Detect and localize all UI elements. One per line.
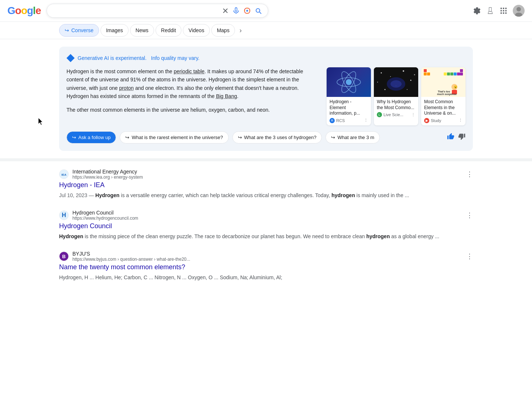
svg-rect-6: [503, 10, 504, 11]
result-source-byjus: B BYJU'S https://www.byjus.com › questio…: [59, 251, 473, 262]
big-bang-link[interactable]: Big Bang: [216, 93, 237, 99]
chip-rarest-label: What is the rarest element in the univer…: [132, 135, 223, 140]
ai-paragraph-2: The other most common elements in the un…: [66, 106, 319, 114]
thumbs-down-icon: [458, 133, 466, 140]
ai-header: Generative AI is experimental. Info qual…: [66, 54, 466, 62]
card-more-1[interactable]: ⋮: [364, 118, 368, 123]
result-snippet-iea: Jul 10, 2023 — Hydrogen is a versatile e…: [59, 191, 473, 199]
ai-card-title-2: Why Is Hydrogen the Most Commo...: [377, 99, 415, 111]
ai-card-source-1: R RCS ⋮: [330, 118, 368, 123]
result-title-iea[interactable]: Hydrogen - IEA: [59, 181, 473, 189]
ai-image-thumb-1: [327, 67, 371, 97]
svg-text:IEA: IEA: [61, 173, 66, 176]
tab-videos[interactable]: Videos: [183, 24, 210, 37]
ai-image-card-1[interactable]: Hydrogen - Element information, p... R R…: [327, 67, 371, 125]
card-more-3[interactable]: ⋮: [458, 118, 463, 123]
ai-text-content: Hydrogen is the most common element on t…: [66, 67, 319, 125]
labs-button[interactable]: [486, 7, 494, 15]
svg-rect-8: [501, 13, 502, 14]
tabs-bar: ↪ Converse Images News Reddit Videos Map…: [0, 22, 532, 39]
svg-point-12: [516, 7, 521, 11]
settings-button[interactable]: [473, 7, 481, 15]
favicon-byjus-letter: B: [62, 254, 65, 259]
svg-text:That's too: That's too: [438, 90, 450, 93]
svg-rect-9: [503, 13, 504, 14]
tab-reddit-label: Reddit: [161, 27, 176, 33]
result-menu-iea[interactable]: ⋮: [466, 170, 473, 178]
ai-image-card-2[interactable]: Why Is Hydrogen the Most Commo... L Live…: [374, 67, 418, 125]
tab-converse[interactable]: ↪ Converse: [59, 24, 99, 37]
source-info-byjus: BYJU'S https://www.byjus.com › question-…: [72, 251, 190, 262]
ai-quality-note: Info quality may vary.: [151, 55, 200, 61]
ai-card-title-3: Most Common Elements in the Universe & o…: [424, 99, 463, 117]
tab-videos-label: Videos: [188, 27, 204, 33]
ai-image-card-3[interactable]: 😮 That's too much suspense Most Common E…: [421, 67, 466, 125]
section-separator: [0, 158, 532, 161]
chip-uses-icon: ↪: [238, 135, 242, 140]
svg-rect-39: [454, 72, 457, 75]
ai-card-info-2: Why Is Hydrogen the Most Commo... L Live…: [374, 97, 418, 119]
favicon-hc-letter: H: [62, 212, 66, 219]
result-menu-byjus[interactable]: ⋮: [466, 252, 473, 260]
result-title-hc[interactable]: Hydrogen Council: [59, 222, 473, 230]
search-input[interactable]: what is the most common element on the p…: [53, 7, 218, 14]
source-info-iea: International Energy Agency https://www.…: [72, 169, 143, 180]
periodic-table-link[interactable]: periodic table: [174, 68, 204, 74]
tab-converse-label: Converse: [71, 27, 93, 33]
chip-rarest-icon: ↪: [125, 135, 129, 140]
svg-point-1: [246, 10, 248, 12]
tab-images-label: Images: [106, 27, 123, 33]
logo-g2: g: [27, 5, 33, 17]
logo-g: G: [7, 5, 15, 17]
tab-reddit[interactable]: Reddit: [156, 24, 181, 37]
ask-followup-button[interactable]: ↪ Ask a follow up: [66, 131, 116, 144]
converse-icon: ↪: [65, 27, 69, 33]
tab-images[interactable]: Images: [100, 24, 129, 37]
svg-rect-5: [501, 10, 502, 11]
thumbs-down-button[interactable]: [458, 133, 466, 142]
svg-point-26: [377, 82, 378, 82]
result-title-byjus[interactable]: Name the twenty most common elements?: [59, 263, 473, 271]
ai-card-source-2: L Live Scie... ⋮: [377, 112, 415, 117]
svg-point-24: [385, 89, 386, 90]
ai-card-info-3: Most Common Elements in the Universe & o…: [421, 97, 466, 125]
svg-rect-41: [460, 72, 463, 75]
apps-button[interactable]: [499, 7, 508, 15]
cursor: [38, 118, 44, 126]
ai-diamond-icon: [66, 54, 75, 62]
thumbs-up-button[interactable]: [447, 133, 454, 142]
tab-news[interactable]: News: [130, 24, 154, 37]
logo-o2: o: [21, 5, 27, 17]
microphone-icon: [232, 7, 240, 14]
results-section: IEA International Energy Agency https://…: [0, 161, 532, 299]
proton-link[interactable]: proton: [119, 85, 134, 91]
ai-experimental-label: Generative AI is experimental.: [78, 55, 147, 61]
result-item-hc: H Hydrogen Council https://www.hydrogenc…: [59, 210, 473, 240]
more-tabs-button[interactable]: ›: [236, 24, 245, 37]
clear-button[interactable]: [222, 7, 229, 14]
lens-search-button[interactable]: [243, 7, 251, 14]
ai-card-title-1: Hydrogen - Element information, p...: [330, 99, 368, 117]
ai-content: Hydrogen is the most common element on t…: [66, 67, 466, 125]
result-item-byjus: B BYJU'S https://www.byjus.com › questio…: [59, 251, 473, 281]
avatar[interactable]: [513, 5, 525, 17]
search-button[interactable]: [255, 7, 262, 14]
labs-icon: [486, 7, 494, 15]
tab-maps-label: Maps: [217, 27, 229, 33]
followup-chip-uses[interactable]: ↪ What are the 3 uses of hydrogen?: [232, 131, 322, 144]
source-name-1: RCS: [336, 118, 345, 123]
followup-chip-more[interactable]: ↪ What are the 3 m: [325, 131, 380, 144]
logo-e: e: [35, 5, 41, 17]
svg-rect-2: [501, 8, 502, 9]
voice-search-button[interactable]: [232, 7, 240, 14]
svg-rect-33: [460, 69, 463, 72]
tab-maps[interactable]: Maps: [211, 24, 235, 37]
result-menu-hc[interactable]: ⋮: [466, 211, 473, 219]
followup-chip-rarest[interactable]: ↪ What is the rarest element in the univ…: [120, 131, 228, 144]
search-bar: what is the most common element on the p…: [47, 4, 268, 18]
periodic-table-image: 😮 That's too much suspense: [423, 68, 464, 96]
gear-icon: [473, 7, 481, 15]
atom-icon: [336, 69, 362, 95]
card-more-2[interactable]: ⋮: [411, 112, 415, 117]
cursor-icon: [38, 118, 44, 125]
